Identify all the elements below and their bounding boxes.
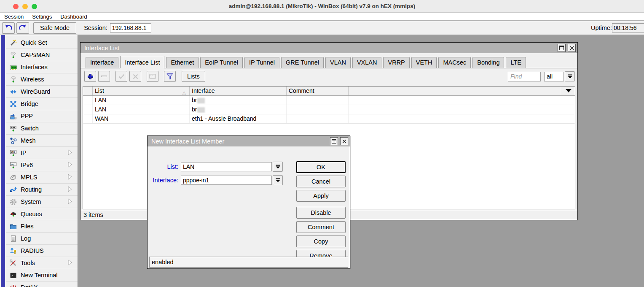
close-traffic-light[interactable] (13, 4, 19, 9)
log-icon (10, 235, 17, 242)
wand-icon (10, 39, 17, 46)
find-input[interactable] (508, 72, 541, 81)
redacted-text (197, 107, 205, 113)
menu-session[interactable]: Session (4, 14, 24, 20)
folder-icon (10, 223, 17, 230)
sidebar-item-mesh[interactable]: Mesh (6, 135, 78, 147)
sidebar-item-mpls[interactable]: MPLS (6, 171, 78, 184)
sidebar-item-label: IPv6 (21, 162, 33, 168)
sidebar-item-files[interactable]: Files (6, 220, 78, 233)
sidebar-item-label: Wireless (21, 76, 44, 83)
sidebar-item-label: Log (21, 235, 31, 242)
dialog-titlebar[interactable]: New Interface List Member (148, 136, 350, 146)
dot1x-icon (10, 284, 17, 287)
minimize-traffic-light[interactable] (22, 4, 28, 9)
dialog-title-text: New Interface List Member (151, 138, 224, 145)
tab-vxlan[interactable]: VXLAN (352, 57, 382, 68)
sidebar-item-bridge[interactable]: Bridge (6, 98, 78, 110)
comment-button[interactable]: Comment (296, 221, 346, 233)
undo-icon (5, 24, 12, 31)
header-flags-column[interactable] (83, 87, 93, 95)
tab-vlan[interactable]: VLAN (325, 57, 351, 68)
header-filler (349, 87, 560, 95)
sidebar-item-capsman[interactable]: CAPsMAN (6, 49, 78, 61)
disable-button[interactable] (129, 71, 141, 82)
tab-gre-tunnel[interactable]: GRE Tunnel (281, 57, 324, 68)
sidebar-item-label: Switch (21, 125, 39, 132)
lists-button[interactable]: Lists (182, 71, 205, 82)
sidebar-item-radius[interactable]: RADIUS (6, 245, 78, 257)
cell-interface-text: br (192, 106, 197, 113)
sidebar-item-ppp[interactable]: PPP (6, 110, 78, 122)
header-comment-column[interactable]: Comment (287, 87, 349, 95)
zoom-traffic-light[interactable] (32, 4, 37, 9)
interface-field-input[interactable] (181, 176, 272, 185)
disable-button[interactable]: Disable (296, 207, 346, 219)
sidebar-item-new-terminal[interactable]: >_ New Terminal (6, 269, 78, 282)
add-button[interactable] (84, 71, 96, 82)
redo-button[interactable] (16, 22, 29, 34)
interface-list-window-titlebar[interactable]: Interface List (80, 43, 577, 53)
submenu-arrow-icon (68, 149, 72, 157)
list-field-row: List: (148, 162, 283, 172)
sidebar-item-dot1x[interactable]: Dot1X (6, 282, 78, 287)
sidebar-item-ip[interactable]: 255 IP (6, 147, 78, 159)
interface-dropdown-button[interactable] (273, 175, 283, 185)
dialog-maximize-button[interactable] (330, 137, 338, 145)
tab-interface-list[interactable]: Interface List (120, 56, 164, 68)
session-input[interactable] (110, 23, 151, 32)
sidebar-item-label: Tools (21, 260, 35, 266)
dropdown-icon (276, 165, 280, 169)
tab-eoip-tunnel[interactable]: EoIP Tunnel (200, 57, 243, 68)
sidebar-item-ipv6[interactable]: v6 IPv6 (6, 159, 78, 171)
apply-button[interactable]: Apply (296, 190, 346, 202)
filter-scope-dropdown-button[interactable] (565, 71, 575, 81)
sidebar-item-wireless[interactable]: Wireless (6, 73, 78, 86)
undo-button[interactable] (2, 22, 15, 34)
sidebar-item-system[interactable]: System (6, 196, 78, 208)
sidebar-item-routing[interactable]: Routing (6, 184, 78, 196)
table-row[interactable]: LAN br (83, 105, 575, 114)
menu-dashboard[interactable]: Dashboard (60, 14, 87, 20)
tab-lte[interactable]: LTE (506, 57, 526, 68)
sidebar-item-interfaces[interactable]: Interfaces (6, 61, 78, 73)
list-dropdown-button[interactable] (273, 162, 283, 172)
dialog-close-button[interactable] (340, 137, 348, 145)
tab-ip-tunnel[interactable]: IP Tunnel (244, 57, 279, 68)
sidebar-item-label: CAPsMAN (21, 51, 50, 58)
tab-bonding[interactable]: Bonding (472, 57, 504, 68)
tab-vrrp[interactable]: VRRP (383, 57, 409, 68)
filter-scope-value[interactable]: all (544, 72, 564, 81)
header-list-column[interactable]: List△ (93, 87, 190, 95)
sidebar-item-switch[interactable]: Switch (6, 122, 78, 135)
sidebar-item-label: Mesh (21, 137, 35, 144)
remove-button[interactable] (98, 71, 110, 82)
close-button[interactable] (568, 44, 576, 52)
comment-button[interactable] (147, 71, 158, 82)
cancel-button[interactable]: Cancel (296, 176, 346, 187)
tab-veth[interactable]: VETH (411, 57, 437, 68)
table-row[interactable]: LAN br (83, 96, 575, 105)
list-field-input[interactable] (181, 162, 272, 171)
sidebar-item-tools[interactable]: Tools (6, 257, 78, 269)
sidebar-item-label: PPP (21, 113, 33, 119)
tab-ethernet[interactable]: Ethernet (166, 57, 199, 68)
header-interface-column[interactable]: Interface (190, 87, 287, 95)
maximize-button[interactable] (558, 44, 566, 52)
sidebar-item-log[interactable]: Log (6, 233, 78, 245)
copy-button[interactable]: Copy (296, 236, 346, 247)
comment-icon (149, 74, 156, 79)
tab-macsec[interactable]: MACsec (438, 57, 471, 68)
sidebar-item-queues[interactable]: Queues (6, 208, 78, 220)
interface-field-label: Interface: (148, 177, 181, 184)
sidebar-item-wireguard[interactable]: WireGuard (6, 86, 78, 98)
column-selector-button[interactable] (560, 87, 575, 95)
enable-button[interactable] (115, 71, 127, 82)
tab-interface[interactable]: Interface (86, 57, 118, 68)
table-row[interactable]: WAN eth1 - Aussie Broadband (83, 114, 575, 124)
safe-mode-button[interactable]: Safe Mode (33, 22, 76, 34)
ok-button[interactable]: OK (296, 161, 346, 173)
sidebar-item-quick-set[interactable]: Quick Set (6, 37, 78, 49)
menu-settings[interactable]: Settings (32, 14, 52, 20)
filter-button[interactable] (164, 71, 176, 82)
